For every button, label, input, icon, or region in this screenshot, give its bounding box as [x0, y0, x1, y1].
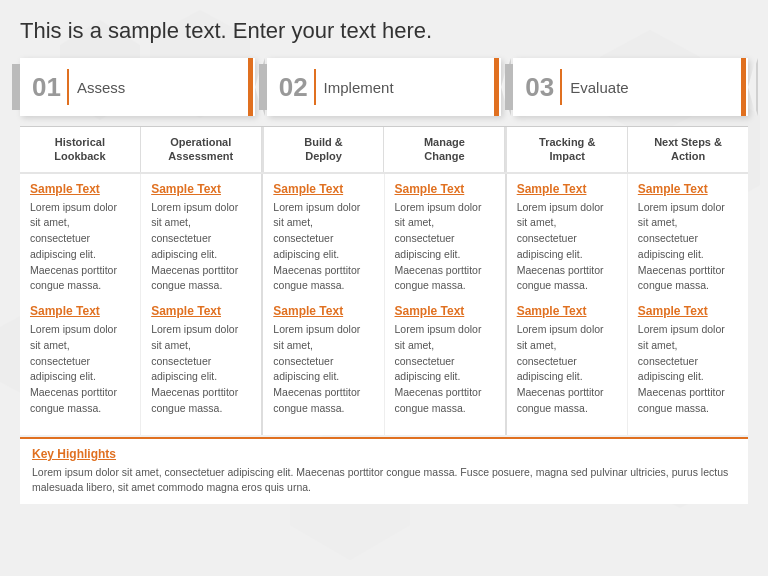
row1-col4-link[interactable]: Sample Text: [395, 182, 495, 196]
step-3-number: 03: [525, 74, 554, 100]
row2-col1-link[interactable]: Sample Text: [30, 304, 130, 318]
row2-col3-text: Lorem ipsum dolor sit amet, consectetuer…: [273, 322, 373, 417]
step-2-divider: [314, 69, 316, 105]
col-build-deploy: Sample Text Lorem ipsum dolor sit amet, …: [263, 174, 384, 435]
row2-col5-text: Lorem ipsum dolor sit amet, consectetuer…: [517, 322, 617, 417]
col-header-manage-change: ManageChange: [384, 127, 505, 172]
col-header-build-deploy: Build &Deploy: [262, 127, 385, 172]
row1-col6-link[interactable]: Sample Text: [638, 182, 738, 196]
col-header-historical-lookback: HistoricalLookback: [20, 127, 141, 172]
row1-col6-text: Lorem ipsum dolor sit amet, consectetuer…: [638, 200, 738, 295]
row1-col4-text: Lorem ipsum dolor sit amet, consectetuer…: [395, 200, 495, 295]
step-3-divider: [560, 69, 562, 105]
column-headers: HistoricalLookback OperationalAssessment…: [20, 126, 748, 174]
row2-col6-text: Lorem ipsum dolor sit amet, consectetuer…: [638, 322, 738, 417]
row2-col2-text: Lorem ipsum dolor sit amet, consectetuer…: [151, 322, 251, 417]
row2-col2-link[interactable]: Sample Text: [151, 304, 251, 318]
step-1-number: 01: [32, 74, 61, 100]
row1-col5-link[interactable]: Sample Text: [517, 182, 617, 196]
step-2-content: Sample Text Lorem ipsum dolor sit amet, …: [263, 174, 506, 435]
row1-col1-text: Lorem ipsum dolor sit amet, consectetuer…: [30, 200, 130, 295]
row2-col4-link[interactable]: Sample Text: [395, 304, 495, 318]
row2-col4-text: Lorem ipsum dolor sit amet, consectetuer…: [395, 322, 495, 417]
row2-col1-text: Lorem ipsum dolor sit amet, consectetuer…: [30, 322, 130, 417]
col-operational-assessment: Sample Text Lorem ipsum dolor sit amet, …: [141, 174, 261, 435]
step-1-divider: [67, 69, 69, 105]
step-3-orange-bar: [741, 58, 746, 116]
step-2-label: Implement: [324, 79, 394, 96]
step-1-banner: 01 Assess: [20, 58, 255, 116]
highlights-text: Lorem ipsum dolor sit amet, consectetuer…: [32, 465, 736, 497]
step-2-number: 02: [279, 74, 308, 100]
row2-col6-link[interactable]: Sample Text: [638, 304, 738, 318]
content-area: Sample Text Lorem ipsum dolor sit amet, …: [20, 174, 748, 435]
col-header-next-steps-action: Next Steps &Action: [628, 127, 748, 172]
step-1-content: Sample Text Lorem ipsum dolor sit amet, …: [20, 174, 263, 435]
highlights-title: Key Highlights: [32, 447, 736, 461]
row1-col2-text: Lorem ipsum dolor sit amet, consectetuer…: [151, 200, 251, 295]
step-3-fold: [505, 64, 513, 110]
row1-col3-link[interactable]: Sample Text: [273, 182, 373, 196]
highlights-section: Key Highlights Lorem ipsum dolor sit ame…: [20, 437, 748, 505]
row2-col5-link[interactable]: Sample Text: [517, 304, 617, 318]
col-manage-change: Sample Text Lorem ipsum dolor sit amet, …: [385, 174, 505, 435]
col-next-steps-action: Sample Text Lorem ipsum dolor sit amet, …: [628, 174, 748, 435]
step-2-orange-bar: [494, 58, 499, 116]
step-1-orange-bar: [248, 58, 253, 116]
page-title: This is a sample text. Enter your text h…: [20, 18, 748, 44]
step-3-content: Sample Text Lorem ipsum dolor sit amet, …: [507, 174, 748, 435]
step-2-banner: 02 Implement: [267, 58, 502, 116]
step-1-label: Assess: [77, 79, 125, 96]
page: This is a sample text. Enter your text h…: [0, 0, 768, 576]
step-1-fold: [12, 64, 20, 110]
row1-col3-text: Lorem ipsum dolor sit amet, consectetuer…: [273, 200, 373, 295]
col-header-operational-assessment: OperationalAssessment: [141, 127, 262, 172]
col-tracking-impact: Sample Text Lorem ipsum dolor sit amet, …: [507, 174, 628, 435]
step-3-label: Evaluate: [570, 79, 628, 96]
step-3-banner: 03 Evaluate: [513, 58, 748, 116]
col-header-tracking-impact: Tracking &Impact: [505, 127, 628, 172]
row1-col1-link[interactable]: Sample Text: [30, 182, 130, 196]
row2-col3-link[interactable]: Sample Text: [273, 304, 373, 318]
row1-col2-link[interactable]: Sample Text: [151, 182, 251, 196]
row1-col5-text: Lorem ipsum dolor sit amet, consectetuer…: [517, 200, 617, 295]
col-historical-lookback: Sample Text Lorem ipsum dolor sit amet, …: [20, 174, 141, 435]
step-2-fold: [259, 64, 267, 110]
steps-row: 01 Assess 02 Implement 03 Evaluate: [20, 58, 748, 116]
